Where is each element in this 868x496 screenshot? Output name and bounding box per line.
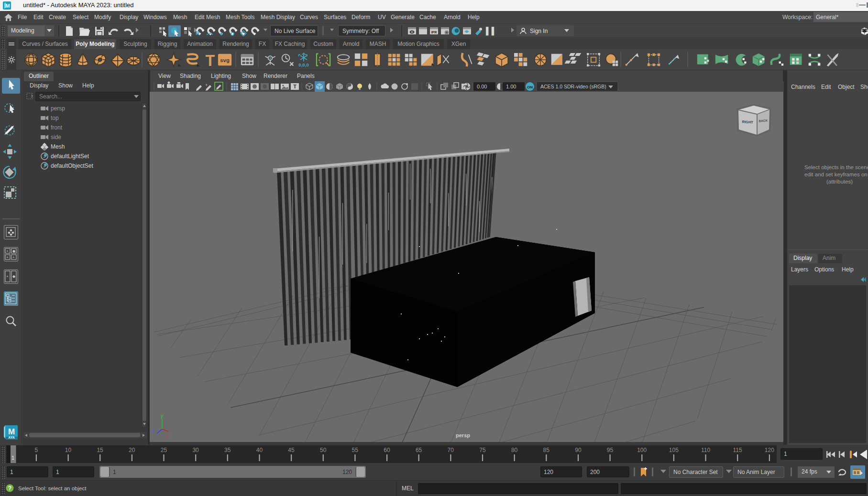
svg-text:1: 1 bbox=[11, 455, 14, 461]
svg-text:0.00: 0.00 bbox=[477, 84, 487, 89]
svg-text:15: 15 bbox=[97, 447, 103, 453]
svg-text:70: 70 bbox=[448, 447, 454, 453]
svg-text:75: 75 bbox=[479, 447, 486, 453]
svg-text:◆: ◆ bbox=[12, 274, 16, 279]
svg-text:85: 85 bbox=[543, 447, 550, 453]
svg-text:110: 110 bbox=[701, 447, 710, 453]
svg-text:T: T bbox=[205, 52, 215, 69]
svg-text:y: y bbox=[161, 413, 163, 419]
svg-text:55: 55 bbox=[352, 447, 359, 453]
svg-text:?: ? bbox=[8, 485, 11, 492]
svg-text:105: 105 bbox=[669, 447, 679, 453]
svg-text:1.00: 1.00 bbox=[506, 84, 516, 89]
svg-text:30: 30 bbox=[192, 447, 199, 453]
svg-text:◆: ◆ bbox=[12, 249, 16, 253]
svg-text:T: T bbox=[293, 84, 297, 89]
svg-text:10: 10 bbox=[65, 447, 72, 453]
svg-text:95: 95 bbox=[607, 447, 614, 453]
svg-text:+: + bbox=[205, 83, 208, 87]
svg-text:ON: ON bbox=[527, 85, 533, 89]
svg-text:5: 5 bbox=[34, 447, 38, 453]
svg-text:ACES 1.0 SDR-video (sRGB): ACES 1.0 SDR-video (sRGB) bbox=[540, 84, 606, 89]
svg-text:40: 40 bbox=[256, 447, 263, 453]
svg-text:20: 20 bbox=[129, 447, 135, 453]
svg-text:90: 90 bbox=[575, 447, 582, 453]
svg-text:svg: svg bbox=[220, 57, 230, 63]
svg-text:AYA: AYA bbox=[8, 436, 15, 439]
svg-text:120: 120 bbox=[765, 447, 774, 453]
svg-text:x: x bbox=[166, 433, 169, 438]
svg-text:+: + bbox=[6, 274, 9, 279]
svg-text:35: 35 bbox=[224, 447, 231, 453]
svg-text:+: + bbox=[6, 249, 9, 253]
svg-text:25: 25 bbox=[161, 447, 167, 453]
svg-text:M: M bbox=[8, 427, 15, 436]
svg-text:M: M bbox=[5, 3, 10, 9]
svg-text:0,0,0: 0,0,0 bbox=[298, 62, 309, 67]
svg-text:IPR: IPR bbox=[431, 31, 437, 34]
svg-text:60: 60 bbox=[384, 447, 390, 453]
svg-text:RIGHT: RIGHT bbox=[742, 119, 753, 125]
svg-text:45: 45 bbox=[288, 447, 295, 453]
svg-text:BACK: BACK bbox=[758, 119, 768, 122]
svg-text:80: 80 bbox=[511, 447, 518, 453]
svg-text:+: + bbox=[12, 255, 15, 259]
svg-text:+: + bbox=[6, 255, 9, 259]
svg-text:persp: persp bbox=[456, 432, 470, 438]
svg-text:100: 100 bbox=[637, 447, 647, 453]
svg-text:65: 65 bbox=[416, 447, 422, 453]
svg-text:50: 50 bbox=[320, 447, 327, 453]
svg-text:z: z bbox=[152, 427, 154, 432]
svg-text:115: 115 bbox=[733, 447, 742, 453]
